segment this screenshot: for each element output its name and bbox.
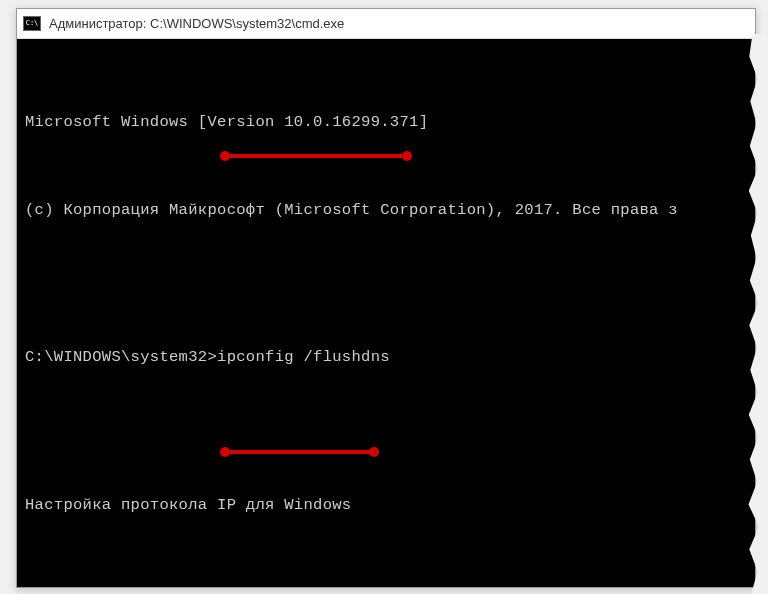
- output-line: (c) Корпорация Майкрософт (Microsoft Cor…: [25, 196, 747, 225]
- console-output[interactable]: Microsoft Windows [Version 10.0.16299.37…: [17, 39, 755, 587]
- cmd-window: Администратор: C:\WINDOWS\system32\cmd.e…: [16, 8, 756, 588]
- output-line: Настройка протокола IP для Windows: [25, 491, 747, 520]
- annotation-underline-1: [222, 154, 410, 158]
- titlebar[interactable]: Администратор: C:\WINDOWS\system32\cmd.e…: [17, 9, 755, 39]
- annotation-underline-2: [222, 450, 377, 454]
- output-line: Microsoft Windows [Version 10.0.16299.37…: [25, 108, 747, 137]
- prompt-line: C:\WINDOWS\system32>ipconfig /flushdns: [25, 343, 747, 372]
- cmd-icon: [23, 16, 41, 31]
- window-title: Администратор: C:\WINDOWS\system32\cmd.e…: [49, 16, 344, 31]
